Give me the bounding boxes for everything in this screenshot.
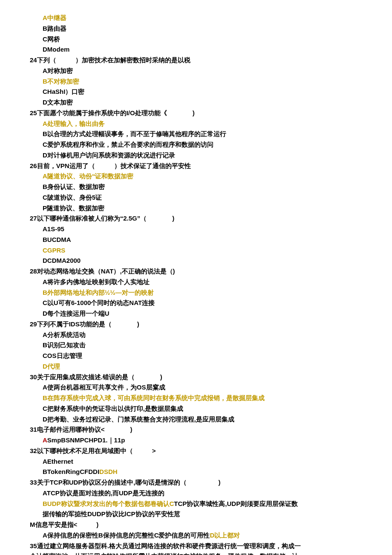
q-text: 下面愿个功能属于操作系统中的I/O处理功能《 ): [37, 109, 195, 116]
option: P隧道协议、数据加密: [43, 203, 366, 214]
option: C把财务系统中的凭证导出以供打印,是数据层集成: [43, 404, 366, 414]
q-num: 32: [30, 447, 37, 454]
q-num: 24: [30, 56, 37, 64]
q-num: 31: [30, 426, 37, 433]
question-stem: 28对动态网络地址交换（NAT）,不正确的说法是（): [30, 266, 366, 277]
opt-rest: BSNMPCHPD1.｜11p: [61, 436, 125, 444]
opt-prefix: BTokenRingCFDDI: [43, 468, 99, 475]
option: C网桥: [43, 34, 366, 45]
option: C陂道协议、身份5证: [43, 192, 366, 203]
question-stem: 24下列（ ）加密技术在加解密数招时采纳的是以税: [30, 55, 366, 66]
option: B身份认证、数据加密: [43, 182, 366, 192]
q-text: 关于应用集成层次描述.错误的是（ ): [37, 373, 162, 381]
option: B不对称加密: [43, 76, 366, 87]
option: CHaShI）口密: [43, 87, 366, 97]
q-num: 33: [30, 479, 37, 486]
q-num: 25: [30, 109, 37, 116]
q-num: 29: [30, 320, 37, 328]
option: B在阵存系统中完成入球，可由系统同时在财务系统中完成报销，是散掘层集成: [43, 393, 366, 404]
option: D把考勤、业务过程记录、门禁系统整合支持沱理流程,是应用层集成: [43, 414, 366, 425]
q-stem: 电子邮件运用哪种协议< ): [37, 426, 133, 433]
q-stem: 以下哪种技术不足用在局域图中（ >: [37, 447, 156, 454]
question-stem: 26目前，VPN运用了（ ）技术保证了通信的平安性: [30, 161, 366, 171]
q-text: 下列不属于IDS功能的是（ ): [37, 320, 139, 328]
option: COS日志管理: [43, 351, 366, 361]
q-num: 35: [30, 542, 37, 549]
option: CGPRS: [43, 245, 366, 256]
option: B路由器: [43, 23, 366, 34]
question-stem: 29下列不属于IDS功能的是（ ): [30, 319, 366, 330]
option: B识别己知攻击: [43, 340, 366, 351]
option: C以U可有6-1000个同时的动态NAT连接: [43, 298, 366, 308]
opt-b-line2: 据传输的军掂性DUDP协议比lCP协议的平安性苊: [43, 509, 366, 520]
q-text: 目前，VPN运用了（ ）技术保证了通信的平安性: [37, 162, 191, 169]
question-stem: 27以下哪种通信标准被人们称为“2.5G”（ ): [30, 213, 366, 224]
opt-a-text: Smp: [47, 436, 61, 444]
question-stem: 30关于应用集成层次描述.错误的是（ ): [30, 372, 366, 383]
option: B以合理的方式处理幅误事务，而不至于修喃其他程序的正常运行: [43, 129, 366, 139]
option: B外部网络地址和内部½½—对一的映射: [43, 288, 366, 298]
opt-a: ATCP协议是面对连接的,而UDP是无连接的: [43, 488, 366, 499]
q-num: 28: [30, 267, 37, 275]
q-num: M: [30, 521, 35, 528]
option: C爱护系统程序和作业，禁止不合要求的而程序和数据的访问: [43, 139, 366, 150]
opt-a-label: A: [43, 436, 47, 444]
option: A隧道协议、动份“证和数据加密: [43, 171, 366, 182]
q35-line2: 个计算宽海池，从而运用户能鮽依据所霞从中获得诸如在战软件服务、硬件租借、数据存储…: [30, 551, 366, 555]
option: A分析系统活动: [43, 330, 366, 340]
option: D对计修机用户访问系统和资源的状况进行记录: [43, 150, 366, 161]
opt-prefix: A保持信息的保密性B保持信息的完整性C爱护信息的可用性: [43, 532, 210, 539]
q-text: 以下哪种通信标准被人们称为“2.5G”（ ): [37, 215, 175, 222]
option: BUCDMA: [43, 235, 366, 245]
q-stem: 信息平安是指< ): [35, 521, 99, 528]
opt-hl: D以上都对: [210, 532, 240, 539]
option: D每个连接运用一个端U: [43, 308, 366, 319]
option: A将许多内佛地址映射到取个人实地址: [43, 277, 366, 288]
q-stem: 关于TCP和UDP协议区分的描述中,哪句话是情深的（ ): [37, 479, 221, 486]
q-num: 30: [30, 373, 37, 381]
option: A使两台机器相互可共享文件，为OS层窠成: [43, 382, 366, 393]
opt-b-rest: TCP协议率城性高,UDP则须要应用层保证数: [174, 500, 298, 507]
question-stem: 25下面愿个功能属于操作系统中的I/O处理功能《 ): [30, 108, 366, 119]
option: DModem: [43, 44, 366, 55]
option: A对称加密: [43, 66, 366, 76]
option: A1S-95: [43, 224, 366, 235]
q-text: 对动态网络地址交换（NAT）,不正确的说法是（): [37, 267, 175, 275]
q-text: 下列（ ）加密技术在加解密数招时采纳的是以税: [37, 56, 190, 64]
q-stem: 通过建立网络服务器型科.格大员通过网络连接的软件和硬件费源进行统一管理和调度，构…: [37, 542, 301, 549]
option: A中继器: [43, 13, 366, 23]
option: A处理输入，输出由务: [43, 119, 366, 129]
q-num: 27: [30, 215, 37, 222]
option: DCDMA2000: [43, 256, 366, 266]
option: D文本加密: [43, 97, 366, 108]
opt-hl: DSDH: [99, 468, 118, 475]
opt-b-hl: BUDP称议暨求对发出的每个数据包都卷确认C: [43, 500, 174, 507]
q-num: 26: [30, 162, 37, 169]
option: D代理: [43, 361, 366, 372]
opt-line: AEthernet: [43, 456, 366, 467]
